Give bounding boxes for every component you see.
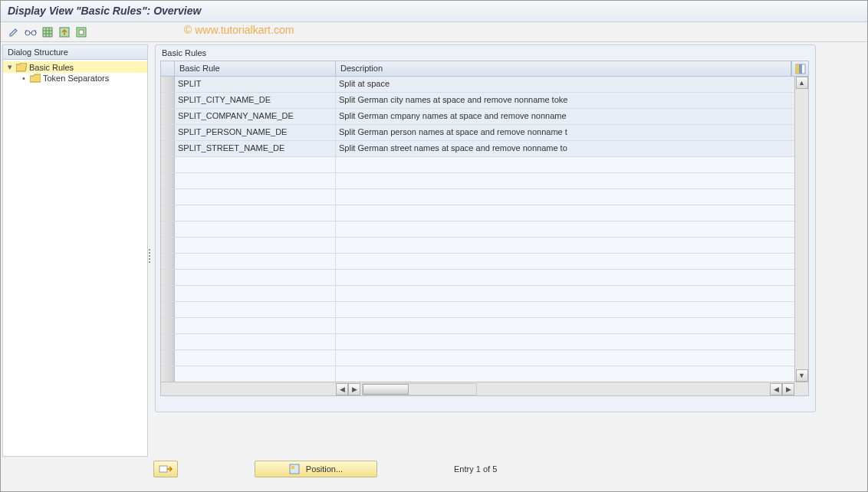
row-selector[interactable] bbox=[161, 93, 175, 108]
cell-empty bbox=[175, 350, 336, 366]
table-row-empty bbox=[161, 173, 808, 189]
scroll-left-icon[interactable]: ◀ bbox=[336, 383, 348, 395]
cell-empty bbox=[336, 254, 808, 269]
cell-empty bbox=[175, 173, 336, 189]
row-selector[interactable] bbox=[161, 109, 175, 124]
edit-icon[interactable] bbox=[6, 25, 21, 40]
row-selector[interactable] bbox=[161, 302, 175, 317]
row-selector[interactable] bbox=[161, 173, 175, 189]
table-row-empty bbox=[161, 318, 808, 334]
position-label: Position... bbox=[306, 464, 343, 474]
table-row-empty bbox=[161, 254, 808, 270]
tree-body: ▾ Basic Rules • Token Separators bbox=[3, 60, 147, 456]
cell-empty bbox=[336, 157, 808, 172]
table-export-icon[interactable] bbox=[57, 25, 72, 40]
basic-rules-grid: Basic Rule Description SPLITSplit at spa… bbox=[160, 61, 809, 396]
row-selector[interactable] bbox=[161, 157, 175, 172]
folder-closed-icon bbox=[30, 74, 41, 83]
tree-node-basic-rules[interactable]: ▾ Basic Rules bbox=[3, 61, 147, 73]
hscroll-track[interactable] bbox=[362, 383, 477, 395]
table-row[interactable]: SPLIT_STREET_NAME_DESplit German street … bbox=[161, 141, 808, 157]
grid-body: SPLITSplit at spaceSPLIT_CITY_NAME_DESpl… bbox=[161, 77, 808, 382]
table-row-empty bbox=[161, 157, 808, 173]
svg-rect-2 bbox=[43, 28, 52, 37]
table-select-icon[interactable] bbox=[40, 25, 55, 40]
watermark: © www.tutorialkart.com bbox=[184, 24, 294, 36]
cell-description[interactable]: Split at space bbox=[336, 77, 808, 92]
table-row[interactable]: SPLIT_COMPANY_NAME_DESplit German cmpany… bbox=[161, 109, 808, 125]
svg-rect-5 bbox=[79, 30, 84, 34]
navigate-button[interactable] bbox=[153, 461, 178, 477]
table-row[interactable]: SPLIT_PERSON_NAME_DESplit German person … bbox=[161, 125, 808, 141]
column-header-description[interactable]: Description bbox=[336, 61, 791, 76]
row-selector[interactable] bbox=[161, 77, 175, 92]
row-selector[interactable] bbox=[161, 125, 175, 140]
table-row[interactable]: SPLITSplit at space bbox=[161, 77, 808, 93]
table-settings-icon[interactable] bbox=[74, 25, 89, 40]
cell-description[interactable]: Split German person names at space and r… bbox=[336, 125, 808, 140]
scroll-right2-icon[interactable]: ▶ bbox=[782, 383, 794, 395]
cell-description[interactable]: Split German cmpany names at space and r… bbox=[336, 109, 808, 124]
tree-node-token-separators[interactable]: • Token Separators bbox=[3, 73, 147, 84]
vertical-scrollbar[interactable]: ▲ ▼ bbox=[794, 77, 808, 382]
cell-basic-rule[interactable]: SPLIT bbox=[175, 77, 336, 92]
row-selector[interactable] bbox=[161, 286, 175, 301]
cell-empty bbox=[336, 350, 808, 366]
cell-basic-rule[interactable]: SPLIT_PERSON_NAME_DE bbox=[175, 125, 336, 140]
cell-empty bbox=[336, 270, 808, 285]
row-selector[interactable] bbox=[161, 221, 175, 237]
row-selector[interactable] bbox=[161, 270, 175, 285]
table-row-empty bbox=[161, 238, 808, 254]
scroll-left2-icon[interactable]: ◀ bbox=[770, 383, 782, 395]
group-title: Basic Rules bbox=[156, 45, 815, 61]
cell-empty bbox=[175, 318, 336, 333]
configure-columns-icon[interactable] bbox=[791, 61, 808, 76]
row-selector[interactable] bbox=[161, 334, 175, 349]
cell-empty bbox=[336, 221, 808, 237]
row-selector[interactable] bbox=[161, 189, 175, 205]
horizontal-scrollbar[interactable]: ◀ ▶ ◀ ▶ bbox=[161, 382, 808, 395]
cell-description[interactable]: Split German city names at space and rem… bbox=[336, 93, 808, 108]
tree-node-label: Basic Rules bbox=[29, 63, 74, 72]
position-icon bbox=[289, 464, 300, 474]
expand-toggle-icon[interactable]: ▾ bbox=[6, 62, 14, 72]
hscroll-thumb[interactable] bbox=[363, 384, 409, 395]
cell-empty bbox=[336, 318, 808, 333]
column-header-basic-rule[interactable]: Basic Rule bbox=[175, 61, 336, 76]
cell-description[interactable]: Split German street names at space and r… bbox=[336, 141, 808, 156]
scroll-down-icon[interactable]: ▼ bbox=[796, 369, 808, 382]
row-selector[interactable] bbox=[161, 238, 175, 253]
row-selector-header[interactable] bbox=[161, 61, 175, 76]
scroll-right-icon[interactable]: ▶ bbox=[348, 383, 360, 395]
cell-empty bbox=[175, 334, 336, 349]
window-title: Display View "Basic Rules": Overview bbox=[0, 0, 868, 22]
entry-counter: Entry 1 of 5 bbox=[454, 464, 497, 474]
row-selector[interactable] bbox=[161, 205, 175, 221]
cell-empty bbox=[175, 157, 336, 172]
table-row[interactable]: SPLIT_CITY_NAME_DESplit German city name… bbox=[161, 93, 808, 109]
folder-open-icon bbox=[16, 63, 27, 72]
row-selector[interactable] bbox=[161, 141, 175, 156]
cell-empty bbox=[336, 366, 808, 382]
row-selector[interactable] bbox=[161, 254, 175, 269]
cell-basic-rule[interactable]: SPLIT_STREET_NAME_DE bbox=[175, 141, 336, 156]
row-selector[interactable] bbox=[161, 366, 175, 382]
cell-empty bbox=[175, 366, 336, 382]
row-selector[interactable] bbox=[161, 318, 175, 333]
row-selector[interactable] bbox=[161, 350, 175, 366]
glasses-icon[interactable] bbox=[23, 25, 38, 40]
cell-empty bbox=[175, 221, 336, 237]
table-row-empty bbox=[161, 350, 808, 366]
footer-bar: Position... Entry 1 of 5 bbox=[0, 458, 868, 480]
table-row-empty bbox=[161, 221, 808, 238]
table-row-empty bbox=[161, 270, 808, 286]
bullet-icon: • bbox=[20, 74, 28, 83]
table-row-empty bbox=[161, 205, 808, 221]
cell-basic-rule[interactable]: SPLIT_CITY_NAME_DE bbox=[175, 93, 336, 108]
cell-basic-rule[interactable]: SPLIT_COMPANY_NAME_DE bbox=[175, 109, 336, 124]
cell-empty bbox=[336, 238, 808, 253]
position-button[interactable]: Position... bbox=[255, 461, 377, 477]
scroll-up-icon[interactable]: ▲ bbox=[796, 77, 808, 89]
svg-rect-7 bbox=[796, 64, 799, 74]
cell-empty bbox=[175, 205, 336, 221]
